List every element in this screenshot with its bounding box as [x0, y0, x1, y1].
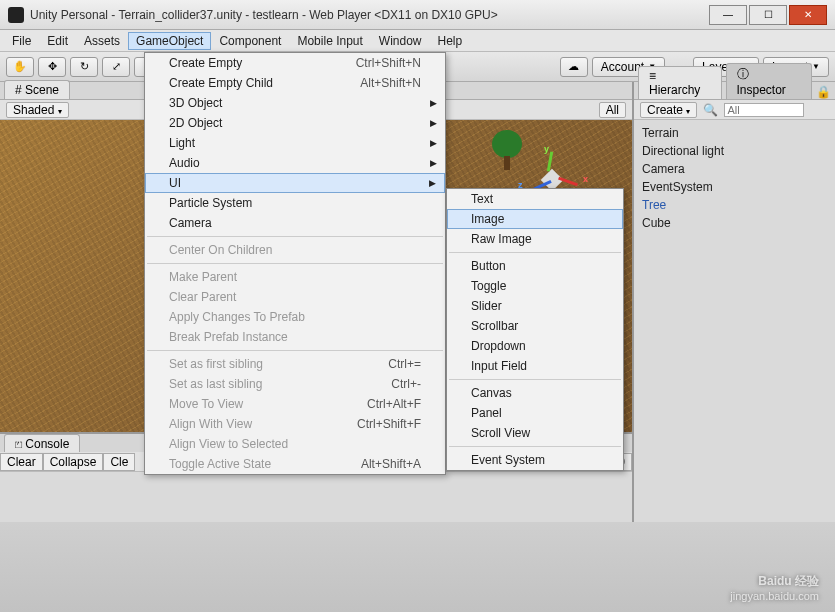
submenuitem-slider[interactable]: Slider: [447, 296, 623, 316]
menuitem-clear-parent: Clear Parent: [145, 287, 445, 307]
menuitem-apply-changes-to-prefab: Apply Changes To Prefab: [145, 307, 445, 327]
menu-mobileinput[interactable]: Mobile Input: [289, 32, 370, 50]
menuitem-light[interactable]: Light▶: [145, 133, 445, 153]
submenuitem-scrollbar[interactable]: Scrollbar: [447, 316, 623, 336]
search-icon: 🔍: [703, 103, 718, 117]
menu-help[interactable]: Help: [430, 32, 471, 50]
menuitem-align-view-to-selected: Align View to Selected: [145, 434, 445, 454]
submenuitem-button[interactable]: Button: [447, 256, 623, 276]
create-label: Create: [647, 103, 683, 117]
menuitem-create-empty-child[interactable]: Create Empty ChildAlt+Shift+N: [145, 73, 445, 93]
tab-inspector[interactable]: ⓘ Inspector: [726, 63, 813, 99]
menu-assets[interactable]: Assets: [76, 32, 128, 50]
menuitem-center-on-children: Center On Children: [145, 240, 445, 260]
menuitem-camera[interactable]: Camera: [145, 213, 445, 233]
menuitem-set-as-last-sibling: Set as last siblingCtrl+-: [145, 374, 445, 394]
menuitem-ui[interactable]: UI▶: [145, 173, 445, 193]
console-clearplay[interactable]: Cle: [103, 453, 135, 471]
menuitem-move-to-view: Move To ViewCtrl+Alt+F: [145, 394, 445, 414]
right-tabrow: ≡ Hierarchy ⓘ Inspector 🔒: [634, 82, 835, 100]
scale-tool[interactable]: ⤢: [102, 57, 130, 77]
tree-object: [492, 130, 522, 170]
titlebar: Unity Personal - Terrain_collider37.unit…: [0, 0, 835, 30]
tab-console[interactable]: ⏍ Console: [4, 434, 80, 452]
submenuitem-scroll-view[interactable]: Scroll View: [447, 423, 623, 443]
submenuitem-event-system[interactable]: Event System: [447, 450, 623, 470]
menuitem-particle-system[interactable]: Particle System: [145, 193, 445, 213]
tab-inspector-label: Inspector: [737, 83, 786, 97]
submenuitem-raw-image[interactable]: Raw Image: [447, 229, 623, 249]
menuitem-align-with-view: Align With ViewCtrl+Shift+F: [145, 414, 445, 434]
tab-hierarchy[interactable]: ≡ Hierarchy: [638, 66, 722, 99]
menu-component[interactable]: Component: [211, 32, 289, 50]
lock-icon[interactable]: 🔒: [812, 85, 835, 99]
menu-file[interactable]: File: [4, 32, 39, 50]
submenuitem-image[interactable]: Image: [447, 209, 623, 229]
submenuitem-input-field[interactable]: Input Field: [447, 356, 623, 376]
hierarchy-list: Terrain Directional light Camera EventSy…: [634, 120, 835, 522]
menuitem-break-prefab-instance: Break Prefab Instance: [145, 327, 445, 347]
window-buttons: — ☐ ✕: [709, 5, 827, 25]
menuitem-audio[interactable]: Audio▶: [145, 153, 445, 173]
hand-tool[interactable]: ✋: [6, 57, 34, 77]
console-clear[interactable]: Clear: [0, 453, 43, 471]
watermark-url: jingyan.baidu.com: [730, 590, 819, 602]
gameobject-menu: Create EmptyCtrl+Shift+NCreate Empty Chi…: [144, 52, 446, 475]
move-tool[interactable]: ✥: [38, 57, 66, 77]
shaded-label: Shaded: [13, 103, 54, 117]
hier-item-eventsystem[interactable]: EventSystem: [642, 178, 827, 196]
cloud-icon[interactable]: ☁: [560, 57, 588, 77]
tab-scene-label: Scene: [25, 83, 59, 97]
watermark-brand: Baidu 经验: [730, 573, 819, 590]
menu-window[interactable]: Window: [371, 32, 430, 50]
status-bar: [0, 522, 835, 612]
filter-all[interactable]: All: [599, 102, 626, 118]
tab-scene[interactable]: # Scene: [4, 80, 70, 99]
watermark: Baidu 经验 jingyan.baidu.com: [730, 573, 819, 602]
filter-all-label: All: [606, 103, 619, 117]
close-button[interactable]: ✕: [789, 5, 827, 25]
submenuitem-toggle[interactable]: Toggle: [447, 276, 623, 296]
app-icon: [8, 7, 24, 23]
menubar: File Edit Assets GameObject Component Mo…: [0, 30, 835, 52]
menu-edit[interactable]: Edit: [39, 32, 76, 50]
menuitem-make-parent: Make Parent: [145, 267, 445, 287]
menuitem-2d-object[interactable]: 2D Object▶: [145, 113, 445, 133]
menuitem-create-empty[interactable]: Create EmptyCtrl+Shift+N: [145, 53, 445, 73]
hier-item-terrain[interactable]: Terrain: [642, 124, 827, 142]
minimize-button[interactable]: —: [709, 5, 747, 25]
submenuitem-canvas[interactable]: Canvas: [447, 383, 623, 403]
menuitem-toggle-active-state: Toggle Active StateAlt+Shift+A: [145, 454, 445, 474]
hierarchy-toolbar: Create ▾ 🔍: [634, 100, 835, 120]
submenuitem-text[interactable]: Text: [447, 189, 623, 209]
create-dropdown[interactable]: Create ▾: [640, 102, 697, 118]
shaded-dropdown[interactable]: Shaded ▾: [6, 102, 69, 118]
ui-submenu: TextImageRaw ImageButtonToggleSliderScro…: [446, 188, 624, 471]
menuitem-set-as-first-sibling: Set as first siblingCtrl+=: [145, 354, 445, 374]
tab-hierarchy-label: Hierarchy: [649, 83, 700, 97]
window-title: Unity Personal - Terrain_collider37.unit…: [30, 8, 709, 22]
rotate-tool[interactable]: ↻: [70, 57, 98, 77]
hier-item-light[interactable]: Directional light: [642, 142, 827, 160]
console-collapse[interactable]: Collapse: [43, 453, 104, 471]
menuitem-3d-object[interactable]: 3D Object▶: [145, 93, 445, 113]
submenuitem-panel[interactable]: Panel: [447, 403, 623, 423]
submenuitem-dropdown[interactable]: Dropdown: [447, 336, 623, 356]
menu-gameobject[interactable]: GameObject: [128, 32, 211, 50]
tab-console-label: Console: [25, 437, 69, 451]
hier-item-cube[interactable]: Cube: [642, 214, 827, 232]
maximize-button[interactable]: ☐: [749, 5, 787, 25]
hier-item-camera[interactable]: Camera: [642, 160, 827, 178]
hierarchy-search[interactable]: [724, 103, 804, 117]
hier-item-tree[interactable]: Tree: [642, 196, 827, 214]
